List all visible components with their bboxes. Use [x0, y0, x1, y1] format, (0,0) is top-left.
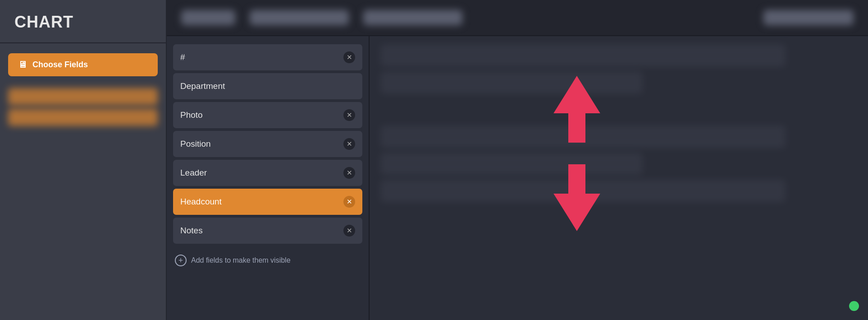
- right-blurred-row-1: [380, 44, 786, 67]
- field-item-leader[interactable]: Leader ✕: [173, 160, 362, 186]
- right-blurred-row-4: [380, 153, 643, 175]
- right-blurred-row-5: [380, 180, 786, 202]
- field-item-department[interactable]: Department: [173, 73, 362, 99]
- monitor-icon: 🖥: [18, 60, 27, 70]
- sidebar-blurred-item: [8, 88, 158, 105]
- fields-list: # ✕ Department Photo ✕ Position ✕ Leader…: [167, 36, 370, 320]
- plus-icon: +: [175, 255, 187, 266]
- field-close-hash[interactable]: ✕: [343, 51, 355, 63]
- field-label-photo: Photo: [180, 110, 203, 120]
- field-item-notes[interactable]: Notes ✕: [173, 218, 362, 244]
- right-blurred-row-3: [380, 125, 786, 148]
- top-bar: [167, 0, 868, 36]
- sidebar: CHART 🖥 Choose Fields: [0, 0, 167, 320]
- add-fields-label: Add fields to make them visible: [191, 256, 291, 264]
- choose-fields-button[interactable]: 🖥 Choose Fields: [8, 53, 158, 76]
- main-panel: # ✕ Department Photo ✕ Position ✕ Leader…: [167, 0, 868, 320]
- field-label-hash: #: [180, 52, 185, 62]
- field-item-position[interactable]: Position ✕: [173, 131, 362, 157]
- sidebar-blurred-item: [8, 109, 158, 126]
- field-close-headcount[interactable]: ✕: [343, 196, 355, 208]
- topbar-blurred-3: [363, 10, 462, 25]
- field-label-position: Position: [180, 139, 211, 149]
- sidebar-blurred-items: [0, 81, 166, 133]
- field-close-position[interactable]: ✕: [343, 138, 355, 150]
- field-label-leader: Leader: [180, 168, 207, 178]
- app-title: CHART: [0, 0, 166, 43]
- field-label-headcount: Headcount: [180, 197, 222, 207]
- green-dot: [849, 301, 859, 311]
- field-label-department: Department: [180, 81, 225, 91]
- field-item-headcount[interactable]: Headcount ✕: [173, 189, 362, 215]
- choose-fields-label: Choose Fields: [32, 60, 88, 70]
- field-item-hash[interactable]: # ✕: [173, 44, 362, 70]
- field-close-leader[interactable]: ✕: [343, 167, 355, 179]
- right-content: [370, 36, 868, 320]
- right-blurred-row-2: [380, 71, 643, 94]
- topbar-blurred-1: [181, 10, 235, 25]
- topbar-blurred-2: [250, 10, 349, 25]
- fields-panel: # ✕ Department Photo ✕ Position ✕ Leader…: [167, 36, 868, 320]
- field-close-photo[interactable]: ✕: [343, 109, 355, 121]
- field-label-notes: Notes: [180, 226, 203, 236]
- field-item-photo[interactable]: Photo ✕: [173, 102, 362, 128]
- add-fields-button[interactable]: + Add fields to make them visible: [173, 249, 362, 272]
- topbar-blurred-4: [763, 10, 854, 25]
- field-close-notes[interactable]: ✕: [343, 225, 355, 237]
